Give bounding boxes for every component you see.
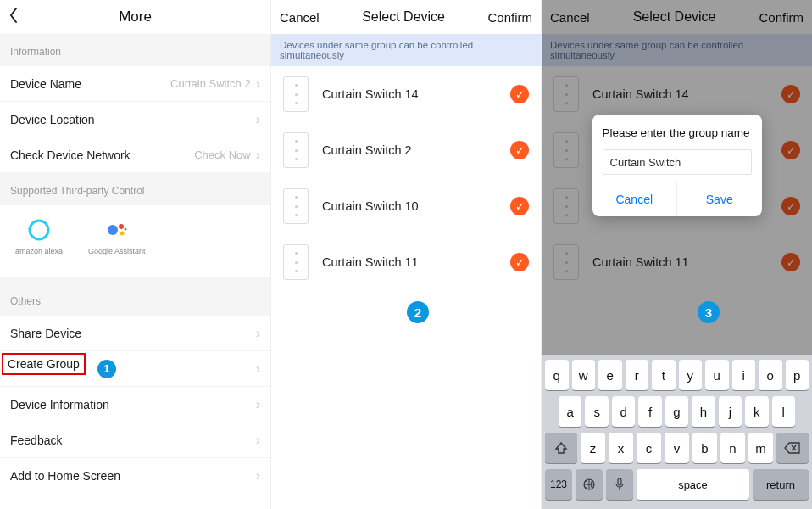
chevron-right-icon: › <box>256 326 260 341</box>
row-label: Device Name <box>10 77 81 91</box>
info-banner: Devices under same group can be controll… <box>271 34 541 66</box>
row-device-info[interactable]: Device Information › <box>0 387 270 422</box>
section-information: Information <box>0 34 270 66</box>
chevron-right-icon: › <box>256 76 260 92</box>
device-row[interactable]: Curtain Switch 11 ✓ <box>271 234 541 290</box>
confirm-button[interactable]: Confirm <box>487 10 532 25</box>
row-check-network[interactable]: Check Device Network Check Now › <box>0 137 270 173</box>
device-icon <box>283 76 309 112</box>
keyboard: q w e r t y u i o p a s d f g h j k l z … <box>542 355 812 509</box>
chevron-right-icon: › <box>256 112 260 127</box>
svg-rect-6 <box>618 478 621 485</box>
key-f[interactable]: f <box>638 396 661 427</box>
key-123[interactable]: 123 <box>545 469 572 500</box>
alexa-icon <box>27 218 51 242</box>
key-x[interactable]: x <box>609 433 633 463</box>
key-j[interactable]: j <box>719 396 742 427</box>
check-icon[interactable]: ✓ <box>510 197 529 215</box>
row-share-device[interactable]: Share Device › <box>0 316 270 351</box>
tp-google[interactable]: Google Assistant <box>88 218 146 255</box>
row-value: Check Now <box>194 148 250 161</box>
device-row[interactable]: Curtain Switch 10 ✓ <box>271 178 541 234</box>
check-icon[interactable]: ✓ <box>510 141 529 159</box>
key-u[interactable]: u <box>705 360 729 390</box>
svg-point-1 <box>108 225 118 235</box>
key-s[interactable]: s <box>585 396 608 427</box>
key-i[interactable]: i <box>732 360 756 390</box>
svg-point-4 <box>124 228 126 231</box>
key-space[interactable]: space <box>637 469 749 500</box>
key-mic[interactable] <box>606 469 633 500</box>
key-n[interactable]: n <box>720 433 745 463</box>
step-badge-2: 2 <box>407 301 429 323</box>
key-d[interactable]: d <box>612 396 635 427</box>
key-m[interactable]: m <box>748 433 773 463</box>
group-name-input[interactable] <box>603 149 752 175</box>
row-add-home[interactable]: Add to Home Screen › <box>0 458 270 494</box>
row-device-location[interactable]: Device Location › <box>0 102 270 137</box>
chevron-right-icon: › <box>256 361 260 377</box>
device-row[interactable]: Curtain Switch 2 ✓ <box>271 122 541 178</box>
key-p[interactable]: p <box>786 360 809 390</box>
row-label: Create Group <box>8 357 80 371</box>
kb-row: 123 space return <box>545 469 809 500</box>
svg-point-2 <box>119 224 124 229</box>
back-icon[interactable] <box>8 7 19 24</box>
cancel-button[interactable]: Cancel <box>280 10 320 25</box>
key-o[interactable]: o <box>759 360 782 390</box>
step-badge-1: 1 <box>97 360 116 378</box>
tp-label: amazon alexa <box>15 247 63 255</box>
row-label: Device Location <box>10 113 95 126</box>
page-title: Select Device <box>362 9 445 25</box>
key-globe[interactable] <box>576 469 603 500</box>
key-e[interactable]: e <box>598 360 622 390</box>
key-return[interactable]: return <box>753 469 809 500</box>
kb-row: z x c v b n m <box>545 433 809 463</box>
step-badge-3: 3 <box>698 301 720 323</box>
key-z[interactable]: z <box>581 433 605 463</box>
key-w[interactable]: w <box>572 360 596 390</box>
key-t[interactable]: t <box>652 360 676 390</box>
name-group-screen: Cancel Select Device Confirm Devices und… <box>541 0 812 509</box>
third-party-row: amazon alexa Google Assistant <box>0 205 270 277</box>
device-label: Curtain Switch 14 <box>322 87 510 101</box>
tp-alexa[interactable]: amazon alexa <box>15 218 63 255</box>
row-value: Curtain Switch 2 <box>170 77 251 90</box>
check-icon[interactable]: ✓ <box>510 253 529 271</box>
key-y[interactable]: y <box>679 360 703 390</box>
device-icon <box>283 244 309 280</box>
kb-row: q w e r t y u i o p <box>545 360 809 390</box>
row-feedback[interactable]: Feedback › <box>0 422 270 458</box>
chevron-right-icon: › <box>256 397 260 412</box>
key-k[interactable]: k <box>745 396 768 427</box>
chevron-right-icon: › <box>256 468 260 484</box>
row-create-group[interactable]: Create Group Create Group 1 › <box>0 351 270 387</box>
device-label: Curtain Switch 10 <box>322 199 510 213</box>
device-icon <box>283 132 309 168</box>
key-a[interactable]: a <box>559 396 581 427</box>
check-icon[interactable]: ✓ <box>510 85 529 103</box>
modal-cancel-button[interactable]: Cancel <box>592 182 677 216</box>
device-row[interactable]: Curtain Switch 14 ✓ <box>271 66 541 122</box>
svg-point-3 <box>120 232 124 236</box>
key-g[interactable]: g <box>665 396 688 427</box>
more-screen: More Information Device Name Curtain Swi… <box>0 0 270 509</box>
key-b[interactable]: b <box>692 433 717 463</box>
device-icon <box>283 188 309 224</box>
key-r[interactable]: r <box>626 360 649 390</box>
key-h[interactable]: h <box>692 396 715 427</box>
key-v[interactable]: v <box>665 433 689 463</box>
chevron-right-icon: › <box>256 433 260 448</box>
modal-save-button[interactable]: Save <box>676 182 762 216</box>
key-shift[interactable] <box>545 433 577 463</box>
key-l[interactable]: l <box>772 396 795 427</box>
group-name-modal: Please enter the group name Cancel Save <box>592 115 762 216</box>
row-label: Add to Home Screen <box>10 469 120 483</box>
section-others: Others <box>0 287 270 316</box>
row-device-name[interactable]: Device Name Curtain Switch 2 › <box>0 66 270 102</box>
key-q[interactable]: q <box>545 360 569 390</box>
google-assistant-icon <box>105 218 129 242</box>
key-c[interactable]: c <box>637 433 661 463</box>
key-backspace[interactable] <box>776 433 809 463</box>
modal-title: Please enter the group name <box>603 126 752 139</box>
